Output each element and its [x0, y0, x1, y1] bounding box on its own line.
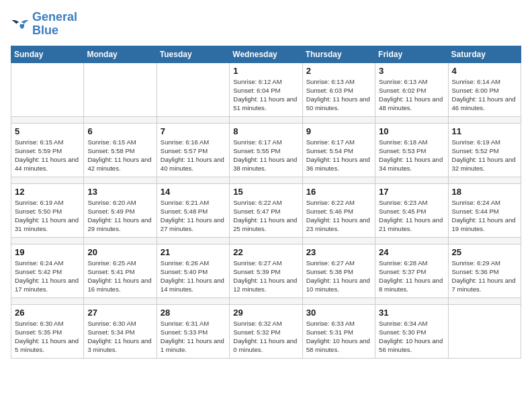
day-info: Sunrise: 6:21 AM Sunset: 5:48 PM Dayligh…: [161, 198, 226, 234]
day-number: 4: [452, 66, 517, 76]
calendar-weekday-monday: Monday: [84, 46, 157, 62]
day-number: 9: [306, 126, 371, 136]
day-info: Sunrise: 6:19 AM Sunset: 5:52 PM Dayligh…: [452, 138, 517, 173]
calendar-cell: 21Sunrise: 6:26 AM Sunset: 5:40 PM Dayli…: [157, 244, 229, 298]
calendar-cell: [157, 62, 229, 116]
calendar-separator-row: [11, 177, 521, 183]
separator-cell: [230, 298, 302, 304]
day-number: 25: [452, 247, 517, 257]
day-info: Sunrise: 6:24 AM Sunset: 5:44 PM Dayligh…: [452, 198, 517, 234]
day-info: Sunrise: 6:29 AM Sunset: 5:36 PM Dayligh…: [452, 259, 517, 294]
day-number: 6: [87, 126, 152, 136]
separator-cell: [375, 116, 448, 123]
calendar-cell: 17Sunrise: 6:23 AM Sunset: 5:45 PM Dayli…: [375, 183, 448, 237]
separator-cell: [448, 116, 521, 123]
separator-cell: [448, 177, 521, 183]
separator-cell: [157, 116, 229, 123]
calendar-week-row-5: 26Sunrise: 6:30 AM Sunset: 5:35 PM Dayli…: [11, 304, 521, 358]
calendar-cell: 14Sunrise: 6:21 AM Sunset: 5:48 PM Dayli…: [157, 183, 229, 237]
day-info: Sunrise: 6:15 AM Sunset: 5:58 PM Dayligh…: [87, 138, 152, 173]
calendar-cell: 3Sunrise: 6:13 AM Sunset: 6:02 PM Daylig…: [375, 62, 448, 116]
day-number: 17: [379, 187, 444, 197]
day-number: 22: [233, 247, 298, 257]
day-number: 8: [233, 126, 298, 136]
calendar-weekday-tuesday: Tuesday: [157, 46, 229, 62]
day-number: 2: [306, 66, 371, 76]
day-number: 11: [452, 126, 517, 136]
calendar-cell: 29Sunrise: 6:32 AM Sunset: 5:32 PM Dayli…: [230, 304, 302, 358]
day-info: Sunrise: 6:14 AM Sunset: 6:00 PM Dayligh…: [452, 77, 517, 113]
separator-cell: [230, 237, 302, 244]
day-number: 12: [15, 187, 80, 197]
calendar-weekday-saturday: Saturday: [448, 46, 521, 62]
day-info: Sunrise: 6:30 AM Sunset: 5:34 PM Dayligh…: [87, 319, 152, 355]
calendar-cell: 2Sunrise: 6:13 AM Sunset: 6:03 PM Daylig…: [302, 62, 375, 116]
day-number: 31: [379, 308, 444, 318]
day-info: Sunrise: 6:32 AM Sunset: 5:32 PM Dayligh…: [233, 319, 298, 355]
separator-cell: [302, 298, 375, 304]
calendar-cell: 11Sunrise: 6:19 AM Sunset: 5:52 PM Dayli…: [448, 123, 521, 177]
day-number: 21: [161, 247, 226, 257]
day-info: Sunrise: 6:27 AM Sunset: 5:38 PM Dayligh…: [306, 259, 371, 294]
separator-cell: [84, 298, 157, 304]
separator-cell: [84, 116, 157, 123]
calendar-cell: 24Sunrise: 6:28 AM Sunset: 5:37 PM Dayli…: [375, 244, 448, 298]
day-info: Sunrise: 6:33 AM Sunset: 5:31 PM Dayligh…: [306, 319, 371, 355]
day-number: 26: [15, 308, 80, 318]
calendar-weekday-sunday: Sunday: [11, 46, 84, 62]
calendar-cell: 19Sunrise: 6:24 AM Sunset: 5:42 PM Dayli…: [11, 244, 84, 298]
logo-bird-icon: [11, 17, 30, 31]
calendar-cell: 15Sunrise: 6:22 AM Sunset: 5:47 PM Dayli…: [230, 183, 302, 237]
separator-cell: [375, 237, 448, 244]
calendar-weekday-friday: Friday: [375, 46, 448, 62]
calendar-week-row-2: 5Sunrise: 6:15 AM Sunset: 5:59 PM Daylig…: [11, 123, 521, 177]
calendar-cell: [84, 62, 157, 116]
calendar-cell: 8Sunrise: 6:17 AM Sunset: 5:55 PM Daylig…: [230, 123, 302, 177]
day-number: 18: [452, 187, 517, 197]
calendar-cell: 26Sunrise: 6:30 AM Sunset: 5:35 PM Dayli…: [11, 304, 84, 358]
calendar-cell: 28Sunrise: 6:31 AM Sunset: 5:33 PM Dayli…: [157, 304, 229, 358]
calendar-cell: 22Sunrise: 6:27 AM Sunset: 5:39 PM Dayli…: [230, 244, 302, 298]
calendar-cell: 16Sunrise: 6:22 AM Sunset: 5:46 PM Dayli…: [302, 183, 375, 237]
calendar-cell: 30Sunrise: 6:33 AM Sunset: 5:31 PM Dayli…: [302, 304, 375, 358]
day-number: 30: [306, 308, 371, 318]
day-info: Sunrise: 6:13 AM Sunset: 6:02 PM Dayligh…: [379, 77, 444, 113]
day-info: Sunrise: 6:22 AM Sunset: 5:46 PM Dayligh…: [306, 198, 371, 234]
calendar-cell: 5Sunrise: 6:15 AM Sunset: 5:59 PM Daylig…: [11, 123, 84, 177]
calendar-cell: 4Sunrise: 6:14 AM Sunset: 6:00 PM Daylig…: [448, 62, 521, 116]
separator-cell: [448, 237, 521, 244]
day-info: Sunrise: 6:19 AM Sunset: 5:50 PM Dayligh…: [15, 198, 80, 234]
calendar-cell: 18Sunrise: 6:24 AM Sunset: 5:44 PM Dayli…: [448, 183, 521, 237]
day-number: 13: [87, 187, 152, 197]
page-header: General Blue: [11, 11, 521, 38]
separator-cell: [375, 177, 448, 183]
day-number: 3: [379, 66, 444, 76]
separator-cell: [84, 237, 157, 244]
day-info: Sunrise: 6:24 AM Sunset: 5:42 PM Dayligh…: [15, 259, 80, 294]
separator-cell: [302, 116, 375, 123]
day-number: 19: [15, 247, 80, 257]
calendar-cell: [11, 62, 84, 116]
separator-cell: [157, 237, 229, 244]
day-number: 20: [87, 247, 152, 257]
day-number: 14: [161, 187, 226, 197]
day-info: Sunrise: 6:18 AM Sunset: 5:53 PM Dayligh…: [379, 138, 444, 173]
day-number: 23: [306, 247, 371, 257]
day-info: Sunrise: 6:13 AM Sunset: 6:03 PM Dayligh…: [306, 77, 371, 113]
day-number: 10: [379, 126, 444, 136]
calendar-header-row: SundayMondayTuesdayWednesdayThursdayFrid…: [11, 46, 521, 62]
separator-cell: [230, 177, 302, 183]
calendar-cell: 7Sunrise: 6:16 AM Sunset: 5:57 PM Daylig…: [157, 123, 229, 177]
day-info: Sunrise: 6:34 AM Sunset: 5:30 PM Dayligh…: [379, 319, 444, 355]
calendar-table: SundayMondayTuesdayWednesdayThursdayFrid…: [11, 46, 521, 359]
separator-cell: [448, 298, 521, 304]
separator-cell: [11, 237, 84, 244]
separator-cell: [230, 116, 302, 123]
day-number: 16: [306, 187, 371, 197]
day-info: Sunrise: 6:12 AM Sunset: 6:04 PM Dayligh…: [233, 77, 298, 113]
calendar-cell: 9Sunrise: 6:17 AM Sunset: 5:54 PM Daylig…: [302, 123, 375, 177]
day-info: Sunrise: 6:23 AM Sunset: 5:45 PM Dayligh…: [379, 198, 444, 234]
calendar-cell: 25Sunrise: 6:29 AM Sunset: 5:36 PM Dayli…: [448, 244, 521, 298]
day-info: Sunrise: 6:15 AM Sunset: 5:59 PM Dayligh…: [15, 138, 80, 173]
calendar-cell: 27Sunrise: 6:30 AM Sunset: 5:34 PM Dayli…: [84, 304, 157, 358]
